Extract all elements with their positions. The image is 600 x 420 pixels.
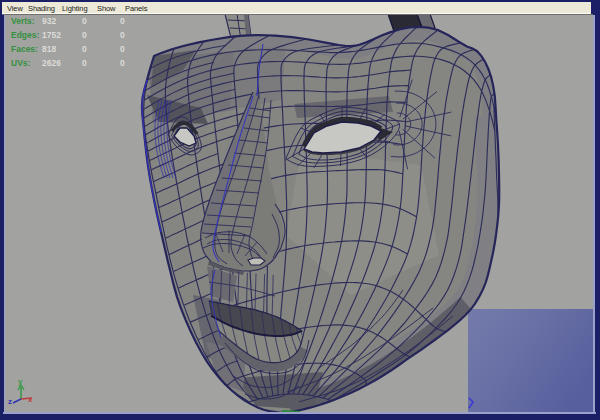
svg-text:Edges:: Edges: — [11, 30, 40, 40]
svg-text:0: 0 — [120, 16, 125, 26]
svg-text:0: 0 — [82, 44, 87, 54]
svg-text:2626: 2626 — [42, 58, 61, 68]
svg-text:0: 0 — [120, 58, 125, 68]
svg-text:UVs:: UVs: — [11, 58, 31, 68]
svg-text:0: 0 — [82, 58, 87, 68]
svg-text:0: 0 — [120, 30, 125, 40]
svg-text:818: 818 — [42, 44, 56, 54]
svg-text:0: 0 — [82, 30, 87, 40]
svg-text:Verts:: Verts: — [11, 16, 35, 26]
svg-text:x: x — [28, 395, 33, 404]
svg-text:0: 0 — [120, 44, 125, 54]
svg-text:932: 932 — [42, 16, 56, 26]
svg-text:y: y — [18, 377, 23, 386]
svg-text:1752: 1752 — [42, 30, 61, 40]
svg-text:Faces:: Faces: — [11, 44, 38, 54]
svg-text:0: 0 — [82, 16, 87, 26]
svg-text:z: z — [8, 397, 12, 406]
